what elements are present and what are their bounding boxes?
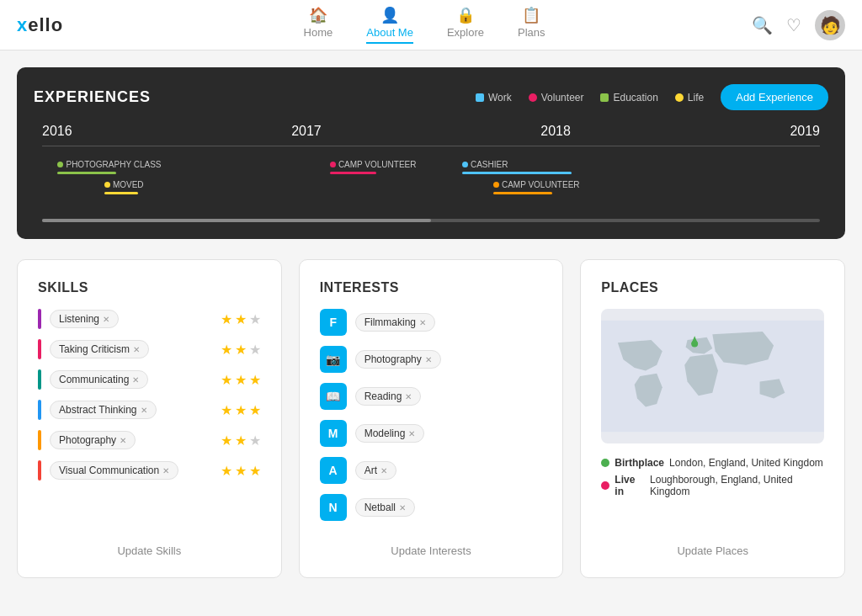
star[interactable]: ★ bbox=[249, 402, 261, 418]
skill-stars: ★★★ bbox=[221, 402, 261, 418]
skill-tag[interactable]: Taking Criticism ✕ bbox=[50, 340, 149, 358]
remove-skill-icon[interactable]: ✕ bbox=[162, 466, 169, 475]
interest-item: 📖Reading ✕ bbox=[320, 383, 543, 410]
live-in-info: Live in Loughborough, England, United Ki… bbox=[601, 474, 824, 497]
education-dot bbox=[600, 93, 609, 102]
star[interactable]: ★ bbox=[221, 342, 232, 358]
star[interactable]: ★ bbox=[221, 402, 232, 418]
nav-home-label: Home bbox=[304, 26, 333, 39]
star[interactable]: ★ bbox=[235, 342, 247, 358]
year-2018: 2018 bbox=[540, 124, 571, 139]
skill-tag[interactable]: Listening ✕ bbox=[50, 310, 119, 328]
heart-icon[interactable]: ♡ bbox=[786, 15, 801, 35]
update-places-link[interactable]: Update Places bbox=[601, 531, 824, 557]
work-dot bbox=[476, 93, 484, 102]
skill-tag[interactable]: Photography ✕ bbox=[50, 431, 136, 449]
event-moved[interactable]: MOVED bbox=[104, 180, 144, 194]
skills-list: Listening ✕★★★Taking Criticism ✕★★★Commu… bbox=[38, 309, 261, 491]
update-skills-link[interactable]: Update Skills bbox=[38, 531, 261, 557]
nav-explore[interactable]: 🔒 Explore bbox=[447, 6, 484, 44]
life-dot bbox=[675, 93, 684, 102]
remove-interest-icon[interactable]: ✕ bbox=[425, 355, 432, 364]
event-photography-class[interactable]: PHOTOGRAPHY CLASS bbox=[57, 160, 161, 174]
world-map bbox=[601, 309, 824, 443]
skill-item: Taking Criticism ✕★★★ bbox=[38, 339, 261, 359]
skill-tag[interactable]: Abstract Thinking ✕ bbox=[50, 401, 157, 419]
interest-tag[interactable]: Art ✕ bbox=[355, 461, 396, 480]
timeline-events: PHOTOGRAPHY CLASS MOVED CAMP V bbox=[42, 160, 820, 210]
remove-interest-icon[interactable]: ✕ bbox=[380, 466, 387, 475]
remove-skill-icon[interactable]: ✕ bbox=[132, 375, 139, 385]
event-camp-volunteer-2[interactable]: CAMP VOLUNTEER bbox=[493, 180, 580, 194]
remove-interest-icon[interactable]: ✕ bbox=[408, 429, 415, 438]
timeline-scrollbar[interactable] bbox=[42, 219, 820, 222]
star[interactable]: ★ bbox=[235, 433, 247, 449]
year-2016: 2016 bbox=[42, 124, 72, 139]
interest-tag[interactable]: Filmmaking ✕ bbox=[355, 313, 435, 332]
camp-volunteer1-label: CAMP VOLUNTEER bbox=[338, 160, 417, 169]
remove-skill-icon[interactable]: ✕ bbox=[133, 345, 140, 354]
interest-tag[interactable]: Reading ✕ bbox=[355, 387, 422, 406]
interests-title: INTERESTS bbox=[320, 280, 543, 295]
birthplace-label: Birthplace bbox=[615, 457, 664, 469]
app-logo: xello bbox=[17, 14, 63, 36]
cashier-bar bbox=[462, 172, 572, 174]
interest-tag[interactable]: Netball ✕ bbox=[355, 498, 415, 517]
star[interactable]: ★ bbox=[221, 433, 232, 449]
star[interactable]: ★ bbox=[221, 311, 232, 327]
remove-skill-icon[interactable]: ✕ bbox=[141, 406, 147, 415]
moved-label: MOVED bbox=[113, 180, 144, 189]
star[interactable]: ★ bbox=[249, 372, 261, 388]
star[interactable]: ★ bbox=[235, 463, 247, 479]
event-camp-volunteer-1[interactable]: CAMP VOLUNTEER bbox=[330, 160, 417, 174]
skill-tag[interactable]: Communicating ✕ bbox=[50, 370, 148, 389]
interest-icon: M bbox=[320, 420, 347, 447]
search-icon[interactable]: 🔍 bbox=[752, 15, 773, 35]
avatar[interactable]: 🧑 bbox=[815, 10, 845, 40]
interest-icon: 📖 bbox=[320, 383, 347, 410]
birthplace-info: Birthplace London, England, United Kingd… bbox=[601, 457, 824, 469]
interests-list: FFilmmaking ✕📷Photography ✕📖Reading ✕MMo… bbox=[320, 309, 543, 531]
update-interests-link[interactable]: Update Interests bbox=[320, 531, 543, 557]
timeline: 2016 2017 2018 2019 PHOTOGRAPHY CLASS bbox=[34, 124, 828, 222]
interest-icon: 📷 bbox=[320, 346, 347, 373]
nav-plans-label: Plans bbox=[518, 26, 545, 39]
nav-plans[interactable]: 📋 Plans bbox=[518, 6, 545, 44]
remove-interest-icon[interactable]: ✕ bbox=[419, 318, 426, 327]
interest-icon: N bbox=[320, 494, 347, 521]
nav-about-me[interactable]: 👤 About Me bbox=[366, 6, 413, 44]
skill-bar bbox=[38, 400, 41, 420]
star[interactable]: ★ bbox=[249, 342, 261, 358]
star[interactable]: ★ bbox=[235, 311, 247, 327]
experiences-header: EXPERIENCES Work Volunteer Education Lif… bbox=[34, 84, 828, 110]
star[interactable]: ★ bbox=[235, 402, 247, 418]
timeline-years: 2016 2017 2018 2019 bbox=[34, 124, 828, 139]
cashier-label: CASHIER bbox=[471, 160, 508, 169]
education-event-dot bbox=[57, 162, 63, 167]
skill-item: Communicating ✕★★★ bbox=[38, 369, 261, 390]
skill-item: Photography ✕★★★ bbox=[38, 430, 261, 450]
live-in-dot bbox=[601, 481, 609, 490]
star[interactable]: ★ bbox=[221, 463, 232, 479]
star[interactable]: ★ bbox=[249, 311, 261, 327]
remove-interest-icon[interactable]: ✕ bbox=[405, 392, 412, 401]
remove-interest-icon[interactable]: ✕ bbox=[399, 503, 406, 512]
event-cashier[interactable]: CASHIER bbox=[462, 160, 572, 174]
star[interactable]: ★ bbox=[249, 463, 261, 479]
skills-card: SKILLS Listening ✕★★★Taking Criticism ✕★… bbox=[17, 259, 282, 578]
star[interactable]: ★ bbox=[249, 433, 261, 449]
skill-tag[interactable]: Visual Communication ✕ bbox=[50, 461, 178, 480]
star[interactable]: ★ bbox=[221, 372, 232, 388]
legend-education: Education bbox=[600, 92, 657, 104]
interest-tag[interactable]: Photography ✕ bbox=[355, 350, 441, 369]
remove-skill-icon[interactable]: ✕ bbox=[120, 436, 126, 445]
skill-bar bbox=[38, 430, 41, 450]
nav-home[interactable]: 🏠 Home bbox=[304, 6, 333, 44]
year-2019: 2019 bbox=[790, 124, 820, 139]
add-experience-button[interactable]: Add Experience bbox=[721, 84, 828, 110]
star[interactable]: ★ bbox=[235, 372, 247, 388]
interest-icon: A bbox=[320, 457, 347, 484]
app-header: xello 🏠 Home 👤 About Me 🔒 Explore 📋 Plan… bbox=[0, 0, 862, 50]
interest-tag[interactable]: Modeling ✕ bbox=[355, 424, 425, 443]
remove-skill-icon[interactable]: ✕ bbox=[103, 315, 109, 324]
